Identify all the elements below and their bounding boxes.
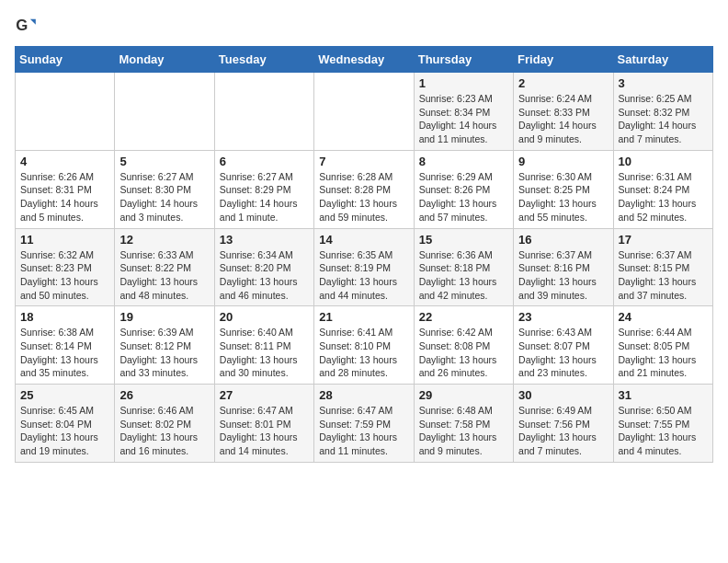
day-number: 12 <box>119 233 209 247</box>
day-number: 5 <box>119 155 209 168</box>
day-number: 6 <box>220 155 309 168</box>
calendar-body: 1Sunrise: 6:23 AMSunset: 8:34 PMDaylight… <box>16 73 713 463</box>
day-number: 24 <box>619 310 708 324</box>
day-number: 22 <box>419 310 508 324</box>
calendar-cell: 29Sunrise: 6:48 AMSunset: 7:58 PMDayligh… <box>414 385 513 463</box>
day-info: Sunrise: 6:50 AMSunset: 7:55 PMDaylight:… <box>619 404 708 458</box>
calendar-week-row: 18Sunrise: 6:38 AMSunset: 8:14 PMDayligh… <box>16 306 713 385</box>
logo-icon: G <box>15 15 37 37</box>
calendar-cell: 15Sunrise: 6:36 AMSunset: 8:18 PMDayligh… <box>414 228 513 306</box>
day-number: 4 <box>20 155 109 168</box>
day-info: Sunrise: 6:31 AMSunset: 8:24 PMDaylight:… <box>619 170 708 224</box>
day-number: 1 <box>419 76 508 90</box>
day-info: Sunrise: 6:24 AMSunset: 8:33 PMDaylight:… <box>518 92 608 146</box>
svg-text:G: G <box>16 17 28 34</box>
day-info: Sunrise: 6:25 AMSunset: 8:32 PMDaylight:… <box>619 92 708 146</box>
day-number: 15 <box>419 233 508 247</box>
day-number: 17 <box>619 233 708 247</box>
day-number: 27 <box>220 388 309 402</box>
calendar-cell: 17Sunrise: 6:37 AMSunset: 8:15 PMDayligh… <box>613 228 712 306</box>
day-number: 9 <box>518 155 608 168</box>
page-header: G <box>15 15 713 37</box>
day-info: Sunrise: 6:23 AMSunset: 8:34 PMDaylight:… <box>419 92 508 146</box>
day-info: Sunrise: 6:33 AMSunset: 8:22 PMDaylight:… <box>119 248 209 303</box>
day-info: Sunrise: 6:37 AMSunset: 8:15 PMDaylight:… <box>619 248 708 303</box>
day-info: Sunrise: 6:45 AMSunset: 8:04 PMDaylight:… <box>20 404 109 458</box>
day-number: 13 <box>220 233 309 247</box>
calendar-cell: 2Sunrise: 6:24 AMSunset: 8:33 PMDaylight… <box>514 73 613 151</box>
calendar-cell: 20Sunrise: 6:40 AMSunset: 8:11 PMDayligh… <box>214 306 313 385</box>
calendar-cell: 8Sunrise: 6:29 AMSunset: 8:26 PMDaylight… <box>414 150 513 228</box>
calendar-cell: 21Sunrise: 6:41 AMSunset: 8:10 PMDayligh… <box>314 306 414 385</box>
calendar-cell <box>115 73 214 151</box>
day-info: Sunrise: 6:36 AMSunset: 8:18 PMDaylight:… <box>419 248 508 303</box>
day-info: Sunrise: 6:40 AMSunset: 8:11 PMDaylight:… <box>220 326 309 380</box>
day-info: Sunrise: 6:29 AMSunset: 8:26 PMDaylight:… <box>419 170 508 224</box>
calendar-week-row: 25Sunrise: 6:45 AMSunset: 8:04 PMDayligh… <box>16 385 713 463</box>
day-info: Sunrise: 6:41 AMSunset: 8:10 PMDaylight:… <box>319 326 408 380</box>
calendar-cell: 1Sunrise: 6:23 AMSunset: 8:34 PMDaylight… <box>414 73 513 151</box>
calendar-cell <box>16 73 115 151</box>
day-info: Sunrise: 6:27 AMSunset: 8:30 PMDaylight:… <box>119 170 209 224</box>
svg-marker-1 <box>30 19 36 25</box>
calendar-header-monday: Monday <box>115 47 214 73</box>
calendar-week-row: 11Sunrise: 6:32 AMSunset: 8:23 PMDayligh… <box>16 228 713 306</box>
calendar-header-row: SundayMondayTuesdayWednesdayThursdayFrid… <box>16 47 713 73</box>
day-number: 14 <box>319 233 408 247</box>
logo: G <box>15 15 40 37</box>
calendar-cell <box>314 73 414 151</box>
day-number: 2 <box>518 76 608 90</box>
calendar-table: SundayMondayTuesdayWednesdayThursdayFrid… <box>15 46 713 463</box>
calendar-cell: 27Sunrise: 6:47 AMSunset: 8:01 PMDayligh… <box>214 385 313 463</box>
calendar-cell: 14Sunrise: 6:35 AMSunset: 8:19 PMDayligh… <box>314 228 414 306</box>
day-info: Sunrise: 6:47 AMSunset: 7:59 PMDaylight:… <box>319 404 408 458</box>
day-info: Sunrise: 6:47 AMSunset: 8:01 PMDaylight:… <box>220 404 309 458</box>
calendar-cell: 10Sunrise: 6:31 AMSunset: 8:24 PMDayligh… <box>613 150 712 228</box>
calendar-header-sunday: Sunday <box>16 47 115 73</box>
day-number: 18 <box>20 310 109 324</box>
day-number: 16 <box>518 233 608 247</box>
day-number: 31 <box>619 388 708 402</box>
day-info: Sunrise: 6:43 AMSunset: 8:07 PMDaylight:… <box>518 326 608 380</box>
day-info: Sunrise: 6:48 AMSunset: 7:58 PMDaylight:… <box>419 404 508 458</box>
calendar-cell: 26Sunrise: 6:46 AMSunset: 8:02 PMDayligh… <box>115 385 214 463</box>
calendar-cell: 3Sunrise: 6:25 AMSunset: 8:32 PMDaylight… <box>613 73 712 151</box>
day-number: 30 <box>518 388 608 402</box>
calendar-week-row: 1Sunrise: 6:23 AMSunset: 8:34 PMDaylight… <box>16 73 713 151</box>
day-number: 21 <box>319 310 408 324</box>
day-number: 10 <box>619 155 708 168</box>
day-info: Sunrise: 6:38 AMSunset: 8:14 PMDaylight:… <box>20 326 109 380</box>
day-info: Sunrise: 6:30 AMSunset: 8:25 PMDaylight:… <box>518 170 608 224</box>
day-number: 25 <box>20 388 109 402</box>
day-info: Sunrise: 6:26 AMSunset: 8:31 PMDaylight:… <box>20 170 109 224</box>
day-info: Sunrise: 6:27 AMSunset: 8:29 PMDaylight:… <box>220 170 309 224</box>
day-info: Sunrise: 6:34 AMSunset: 8:20 PMDaylight:… <box>220 248 309 303</box>
calendar-cell <box>214 73 313 151</box>
calendar-cell: 31Sunrise: 6:50 AMSunset: 7:55 PMDayligh… <box>613 385 712 463</box>
day-info: Sunrise: 6:37 AMSunset: 8:16 PMDaylight:… <box>518 248 608 303</box>
calendar-cell: 13Sunrise: 6:34 AMSunset: 8:20 PMDayligh… <box>214 228 313 306</box>
day-number: 28 <box>319 388 408 402</box>
day-number: 7 <box>319 155 408 168</box>
day-info: Sunrise: 6:32 AMSunset: 8:23 PMDaylight:… <box>20 248 109 303</box>
day-number: 8 <box>419 155 508 168</box>
calendar-cell: 30Sunrise: 6:49 AMSunset: 7:56 PMDayligh… <box>514 385 613 463</box>
day-info: Sunrise: 6:42 AMSunset: 8:08 PMDaylight:… <box>419 326 508 380</box>
calendar-header-saturday: Saturday <box>613 47 712 73</box>
calendar-cell: 23Sunrise: 6:43 AMSunset: 8:07 PMDayligh… <box>514 306 613 385</box>
calendar-header-friday: Friday <box>514 47 613 73</box>
calendar-cell: 11Sunrise: 6:32 AMSunset: 8:23 PMDayligh… <box>16 228 115 306</box>
calendar-cell: 7Sunrise: 6:28 AMSunset: 8:28 PMDaylight… <box>314 150 414 228</box>
calendar-cell: 5Sunrise: 6:27 AMSunset: 8:30 PMDaylight… <box>115 150 214 228</box>
calendar-cell: 16Sunrise: 6:37 AMSunset: 8:16 PMDayligh… <box>514 228 613 306</box>
calendar-cell: 12Sunrise: 6:33 AMSunset: 8:22 PMDayligh… <box>115 228 214 306</box>
calendar-cell: 19Sunrise: 6:39 AMSunset: 8:12 PMDayligh… <box>115 306 214 385</box>
calendar-header-tuesday: Tuesday <box>214 47 313 73</box>
calendar-cell: 4Sunrise: 6:26 AMSunset: 8:31 PMDaylight… <box>16 150 115 228</box>
calendar-cell: 24Sunrise: 6:44 AMSunset: 8:05 PMDayligh… <box>613 306 712 385</box>
day-number: 29 <box>419 388 508 402</box>
day-number: 3 <box>619 76 708 90</box>
day-number: 26 <box>119 388 209 402</box>
day-number: 20 <box>220 310 309 324</box>
calendar-cell: 9Sunrise: 6:30 AMSunset: 8:25 PMDaylight… <box>514 150 613 228</box>
